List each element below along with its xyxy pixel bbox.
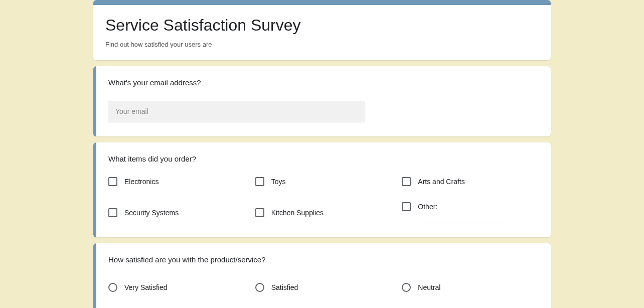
checkbox-icon	[402, 177, 411, 186]
form-title: Service Satisfaction Survey	[105, 16, 539, 35]
form-description: Find out how satisfied your users are	[105, 41, 539, 48]
form-header-card: Service Satisfaction Survey Find out how…	[93, 0, 551, 60]
question-satisfaction-card: How satisfied are you with the product/s…	[93, 243, 551, 308]
question-items-card: What items did you order? Electronics To…	[93, 142, 551, 237]
option-label: Neutral	[418, 283, 440, 291]
checkbox-icon	[108, 177, 117, 186]
checkbox-option-toys[interactable]: Toys	[255, 177, 392, 186]
checkbox-option-kitchen-supplies[interactable]: Kitchen Supplies	[255, 202, 392, 223]
radio-icon	[402, 283, 411, 292]
checkbox-option-electronics[interactable]: Electronics	[108, 177, 245, 186]
other-text-input[interactable]	[418, 213, 508, 223]
form-container: Service Satisfaction Survey Find out how…	[93, 0, 551, 308]
radio-option-very-satisfied[interactable]: Very Satisfied	[108, 283, 245, 292]
checkbox-icon	[108, 208, 117, 217]
radio-icon	[255, 283, 264, 292]
option-label: Very Satisfied	[124, 283, 168, 291]
option-label: Other:	[418, 203, 437, 211]
radio-option-neutral[interactable]: Neutral	[402, 283, 539, 292]
option-label: Kitchen Supplies	[271, 209, 324, 217]
question-email-title: What's your email address?	[108, 78, 539, 87]
option-label: Electronics	[124, 178, 158, 186]
checkbox-option-other[interactable]: Other:	[402, 202, 539, 211]
option-label: Security Systems	[124, 209, 179, 217]
satisfaction-options-grid: Very Satisfied Satisfied Neutral Unsatis…	[108, 283, 539, 308]
checkbox-option-other-wrapper: Other:	[402, 202, 539, 223]
items-options-grid: Electronics Toys Arts and Crafts Securit…	[108, 177, 539, 223]
checkbox-icon	[255, 177, 264, 186]
email-input[interactable]	[108, 101, 365, 122]
checkbox-icon	[255, 208, 264, 217]
question-satisfaction-title: How satisfied are you with the product/s…	[108, 255, 539, 264]
option-label: Toys	[271, 178, 286, 186]
option-label: Arts and Crafts	[418, 178, 464, 186]
radio-icon	[108, 283, 117, 292]
option-label: Satisfied	[271, 283, 298, 291]
checkbox-option-security-systems[interactable]: Security Systems	[108, 202, 245, 223]
question-email-card: What's your email address?	[93, 66, 551, 136]
checkbox-option-arts-crafts[interactable]: Arts and Crafts	[402, 177, 539, 186]
question-items-title: What items did you order?	[108, 155, 539, 163]
radio-option-satisfied[interactable]: Satisfied	[255, 283, 392, 292]
checkbox-icon	[402, 202, 411, 211]
